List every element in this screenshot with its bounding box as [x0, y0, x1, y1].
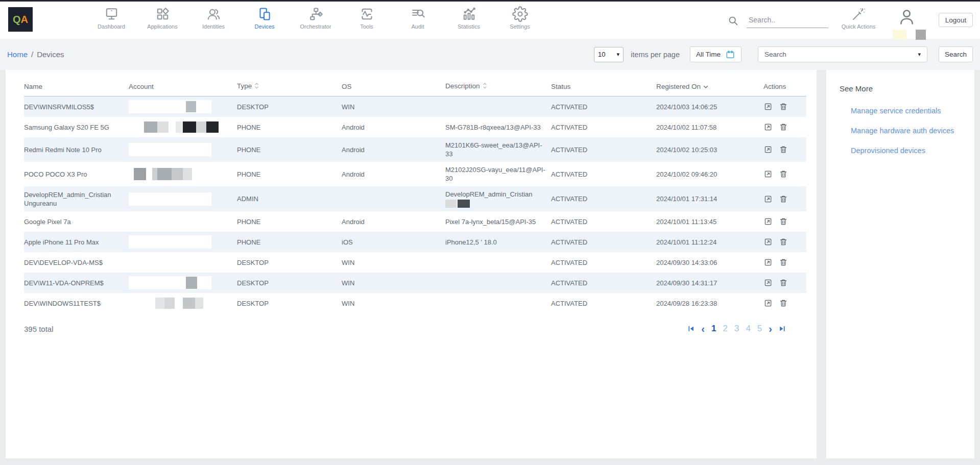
cell-registered-on: 2024/10/01 11:13:45: [656, 211, 763, 232]
nav-item-statistics[interactable]: Statistics: [443, 6, 494, 30]
nav-item-orchestrator[interactable]: Orchestrator: [290, 6, 341, 30]
chevron-down-icon: ▾: [617, 51, 620, 58]
nav-item-dashboard[interactable]: Dashboard: [86, 6, 137, 30]
column-header-registered-on[interactable]: Registered On: [656, 79, 763, 96]
trash-icon: [779, 145, 788, 154]
cell-name: Redmi Redmi Note 10 Pro: [24, 137, 129, 162]
export-device-button[interactable]: [763, 123, 773, 132]
sort-both-icon[interactable]: [483, 82, 487, 91]
nav-item-devices[interactable]: Devices: [239, 6, 290, 30]
delete-device-button[interactable]: [779, 299, 788, 308]
table-row: Redmi Redmi Note 10 ProPHONEAndroidM2101…: [24, 137, 806, 162]
delete-device-button[interactable]: [779, 237, 788, 247]
export-device-button[interactable]: [763, 169, 773, 179]
global-search-input[interactable]: [747, 15, 828, 28]
column-header-description[interactable]: Description: [445, 79, 551, 96]
side-link-deprovisioned-devices[interactable]: Deprovisioned devices: [851, 146, 965, 155]
delete-device-button[interactable]: [779, 102, 788, 111]
applications-icon: [155, 6, 171, 22]
cell-account: [129, 211, 237, 232]
export-icon: [763, 217, 773, 226]
toolbar-band: Home/Devices 10 ▾ items per page All Tim…: [0, 39, 980, 70]
nav-item-audit[interactable]: Audit: [392, 6, 443, 30]
search-button[interactable]: Search: [939, 46, 973, 62]
cell-type: DESKTOP: [237, 96, 342, 117]
search-filter-dropdown[interactable]: Search ▾: [758, 46, 927, 62]
cell-status: ACTIVATED: [551, 96, 656, 117]
side-link-manage-service-credentials[interactable]: Manage service credentials: [851, 107, 965, 115]
redacted-account: [129, 100, 211, 113]
pagination-first-button[interactable]: [687, 325, 695, 332]
nav-label: Tools: [360, 23, 373, 30]
cell-registered-on: 2024/10/02 09:46:20: [656, 162, 763, 186]
delete-device-button[interactable]: [779, 194, 788, 204]
delete-device-button[interactable]: [779, 278, 788, 287]
logo-letter-q: Q: [13, 14, 21, 26]
description-text: Pixel 7a-lynx_beta/15@API-35: [445, 217, 548, 226]
pagination-last-button[interactable]: [779, 325, 786, 332]
global-search: [728, 15, 828, 28]
nav-item-settings[interactable]: Settings: [494, 6, 545, 30]
pagination-next-button[interactable]: ›: [769, 325, 772, 332]
person-icon: [897, 8, 916, 27]
items-per-page-value: 10: [598, 51, 605, 58]
column-header-name: Name: [24, 79, 129, 96]
pagination-page-3[interactable]: 3: [734, 324, 739, 334]
pagination: ‹12345›: [687, 324, 786, 334]
nav-label: Statistics: [458, 23, 480, 30]
sort-desc-icon[interactable]: [703, 83, 708, 90]
time-filter-button[interactable]: All Time: [690, 46, 742, 62]
pagination-page-2[interactable]: 2: [723, 324, 727, 334]
trash-icon: [779, 237, 788, 247]
cell-description: M2102J20SG-vayu_eea/11@API-30: [445, 162, 551, 186]
cell-type: PHONE: [237, 211, 342, 232]
sort-both-icon[interactable]: [254, 82, 259, 91]
pagination-page-4[interactable]: 4: [746, 324, 750, 334]
cell-description: [445, 96, 551, 117]
search-filter-placeholder: Search: [764, 51, 786, 58]
export-device-button[interactable]: [763, 299, 773, 308]
export-device-button[interactable]: [763, 237, 773, 247]
redaction-block: [183, 121, 196, 133]
main-nav: DashboardApplicationsIdentitiesDevicesOr…: [86, 6, 545, 30]
cell-registered-on: 2024/09/28 16:23:38: [656, 293, 763, 313]
cell-description: iPhone12,5 ' 18.0: [445, 232, 551, 252]
redacted-account: [129, 276, 211, 289]
export-device-button[interactable]: [763, 194, 773, 204]
delete-device-button[interactable]: [779, 169, 788, 179]
delete-device-button[interactable]: [779, 123, 788, 132]
export-device-button[interactable]: [763, 217, 773, 226]
table-row: DEV\WINDOWS11TEST$DESKTOPWINACTIVATED202…: [24, 293, 806, 313]
cell-description: M2101K6G-sweet_eea/13@API-33: [445, 137, 551, 162]
nav-item-tools[interactable]: Tools: [341, 6, 392, 30]
user-avatar[interactable]: [897, 8, 916, 29]
cell-os: Android: [342, 117, 445, 137]
nav-item-applications[interactable]: Applications: [137, 6, 188, 30]
logout-button[interactable]: Logout: [939, 13, 973, 27]
app-logo[interactable]: QA: [8, 7, 33, 32]
pagination-prev-button[interactable]: ‹: [701, 325, 705, 332]
export-device-button[interactable]: [763, 258, 773, 267]
quick-actions-button[interactable]: Quick Actions: [840, 7, 877, 30]
see-more-panel: See More Manage service credentialsManag…: [826, 70, 974, 458]
breadcrumb-home-link[interactable]: Home: [7, 50, 28, 59]
export-device-button[interactable]: [763, 102, 773, 111]
nav-item-identities[interactable]: Identities: [188, 6, 239, 30]
export-device-button[interactable]: [763, 278, 773, 287]
items-per-page-select[interactable]: 10 ▾: [594, 47, 624, 62]
delete-device-button[interactable]: [779, 217, 788, 226]
delete-device-button[interactable]: [779, 258, 788, 267]
export-device-button[interactable]: [763, 145, 773, 154]
pagination-page-5[interactable]: 5: [757, 324, 762, 334]
column-header-type[interactable]: Type: [237, 79, 342, 96]
column-label: Account: [129, 83, 154, 90]
cell-status: ACTIVATED: [551, 162, 656, 186]
side-link-manage-hardware-auth-devices[interactable]: Manage hardware auth devices: [851, 127, 965, 135]
redacted-account: [129, 297, 234, 310]
delete-device-button[interactable]: [779, 145, 788, 154]
nav-label: Applications: [147, 23, 177, 30]
cell-status: ACTIVATED: [551, 293, 656, 313]
pagination-page-1[interactable]: 1: [711, 324, 716, 334]
cell-type: DESKTOP: [237, 252, 342, 273]
cell-account: [129, 232, 237, 252]
